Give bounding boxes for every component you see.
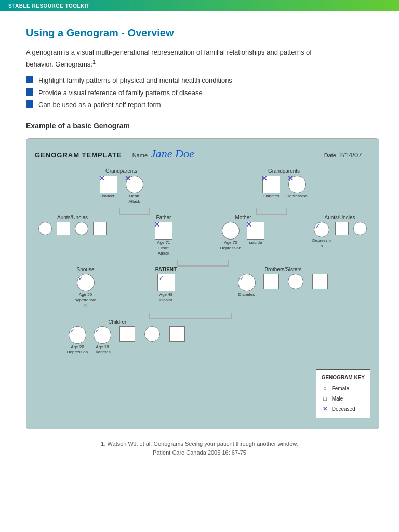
child-2-note: Age 18Diabetes bbox=[94, 344, 111, 355]
child-1: ✓ Age 20Depression bbox=[66, 326, 89, 355]
bullet-icon-3 bbox=[26, 100, 33, 108]
au-right-1-symbol: ✓ bbox=[314, 222, 329, 237]
child-5-symbol bbox=[169, 326, 185, 342]
gp-left-label: Grandparents bbox=[105, 168, 137, 174]
bullet-list: Highlight family patterns of physical an… bbox=[26, 74, 373, 111]
sibling-4 bbox=[309, 274, 331, 297]
key-male-symbol: □ bbox=[322, 394, 329, 404]
key-male-label: Male bbox=[332, 394, 343, 404]
gp-left-2-deceased: ✕ bbox=[125, 175, 131, 182]
sibling-2 bbox=[260, 274, 283, 297]
mother-spouse-deceased: ✕ bbox=[246, 221, 252, 228]
gp-connector-row bbox=[35, 208, 370, 215]
mother-persons: Age 70Depression ✕ suicide bbox=[219, 222, 267, 251]
gp-right-2-note: Depression bbox=[286, 194, 307, 199]
child-2: ✓ Age 18Diabetes bbox=[91, 326, 114, 355]
au-right-2-symbol bbox=[335, 222, 349, 235]
gp-right-persons: ✕ Diabetes ✕ Depression bbox=[260, 176, 309, 199]
patient-symbol: ✓ bbox=[157, 274, 175, 291]
gp-right-1-symbol: ✕ bbox=[262, 176, 280, 193]
spouse-note: Age 50hypertension bbox=[74, 292, 97, 308]
parent-connector-row bbox=[35, 260, 370, 267]
grandparents-row: Grandparents ✕ cancer ✕ bbox=[35, 168, 370, 205]
bullet-icon-1 bbox=[26, 76, 33, 83]
bullet-item-3: Can be used as a patient self report for… bbox=[26, 99, 373, 111]
parent-connector bbox=[177, 260, 229, 267]
au-left-2 bbox=[55, 222, 72, 235]
gp-right-1-note: Diabetes bbox=[263, 194, 280, 199]
mother-symbol bbox=[222, 222, 240, 240]
patient-row: Spouse ✓ Age 50hypertension PATIENT ✓ bbox=[35, 267, 370, 308]
patient-label: PATIENT bbox=[155, 267, 177, 272]
mother-note: Age 70Depression bbox=[220, 240, 241, 251]
father-note: Age 71HeartAttack bbox=[157, 240, 170, 256]
au-right-2 bbox=[334, 222, 350, 249]
mother: Age 70Depression bbox=[219, 222, 242, 251]
page-title: Using a Genogram - Overview bbox=[26, 27, 373, 39]
au-right-3-symbol bbox=[353, 222, 367, 235]
genogram-box: GENOGRAM TEMPLATE Name Jane Doe Date 2/1… bbox=[26, 138, 379, 429]
gp-right-connector bbox=[256, 208, 287, 215]
children-section: Children ✓ Age 20Depression ✓ Age 18Diab… bbox=[35, 319, 370, 355]
sibling-1: ✓ Diabetes bbox=[235, 274, 258, 297]
gp-right-2-symbol: ✕ bbox=[288, 176, 306, 193]
father-symbol: ✕ bbox=[155, 222, 172, 240]
genogram-name-area: Name Jane Doe bbox=[132, 147, 234, 161]
mother-section: Mother Age 70Depression ✕ suicide bbox=[219, 215, 267, 251]
gp-left-connector bbox=[119, 208, 150, 215]
patient-children-connector bbox=[35, 313, 370, 319]
mother-spouse-symbol: ✕ bbox=[247, 222, 264, 240]
child-4-symbol bbox=[144, 326, 160, 342]
father: ✕ Age 71HeartAttack bbox=[152, 222, 175, 256]
example-title: Example of a basic Genogram bbox=[26, 122, 373, 130]
footnote-line1: 1. Watson WJ, et al; Genograms:Seeing yo… bbox=[26, 440, 373, 449]
au-left-3 bbox=[73, 222, 90, 235]
bullet-item-2: Provide a visual reference of family pat… bbox=[26, 87, 373, 99]
sibling-4-symbol bbox=[312, 274, 328, 289]
au-right-section: Aunts/Uncles ✓ Depression bbox=[311, 215, 368, 249]
gp-left-2: ✕ HeartAttack bbox=[123, 176, 146, 205]
father-deceased: ✕ bbox=[154, 221, 160, 228]
genogram-date-area: Date 2/14/07 bbox=[324, 151, 370, 159]
footnote: 1. Watson WJ, et al; Genograms:Seeing yo… bbox=[26, 440, 373, 458]
parents-row: Aunts/Uncles bbox=[35, 215, 370, 256]
gp-right-2: ✕ Depression bbox=[286, 176, 309, 199]
child-1-note: Age 20Depression bbox=[67, 344, 88, 355]
gp-left-2-note: HeartAttack bbox=[128, 194, 140, 205]
gp-left-1-note: cancer bbox=[102, 194, 114, 199]
child-1-symbol: ✓ bbox=[69, 326, 86, 344]
au-right-1: ✓ Depression bbox=[311, 222, 332, 249]
au-right-1-note: Depression bbox=[311, 238, 332, 249]
intro-paragraph: A genogram is a visual multi-generationa… bbox=[26, 47, 327, 69]
patient: ✓ Age 48Bipolar bbox=[155, 274, 178, 303]
key-female-symbol: ○ bbox=[322, 383, 329, 394]
patient-note: Age 48Bipolar bbox=[159, 292, 172, 303]
au-right-3 bbox=[352, 222, 368, 249]
name-label: Name bbox=[132, 152, 148, 158]
au-right-persons: ✓ Depression bbox=[311, 222, 368, 249]
father-label: Father bbox=[156, 215, 171, 220]
child-5 bbox=[166, 326, 189, 355]
bullet-icon-2 bbox=[26, 88, 33, 96]
au-left-1-symbol bbox=[38, 222, 52, 235]
key-deceased-symbol: ✕ bbox=[322, 404, 329, 415]
gp-left-1: ✕ cancer bbox=[97, 176, 120, 205]
child-4 bbox=[141, 326, 164, 355]
child-3 bbox=[116, 326, 139, 355]
sibling-1-note: Diabetes bbox=[238, 292, 255, 297]
gp-left-section: Grandparents ✕ cancer ✕ bbox=[97, 168, 146, 205]
key-row-female: ○ Female bbox=[322, 383, 365, 394]
patient-children-connector-line bbox=[149, 313, 232, 319]
child-3-symbol bbox=[119, 326, 135, 342]
gp-left-1-symbol: ✕ bbox=[100, 176, 117, 193]
au-left-2-symbol bbox=[57, 222, 70, 235]
gp-right-label: Grandparents bbox=[268, 168, 300, 174]
children-label: Children bbox=[66, 319, 170, 325]
genogram-template-label: GENOGRAM TEMPLATE bbox=[35, 151, 122, 159]
sibling-1-symbol: ✓ bbox=[238, 274, 256, 291]
gp-right-1: ✕ Diabetes bbox=[260, 176, 283, 199]
top-bar-label: STABLE RESOURCE TOOLKIT bbox=[8, 3, 90, 9]
au-left-section: Aunts/Uncles bbox=[37, 215, 108, 235]
sibling-3 bbox=[284, 274, 307, 297]
spouse-label: Spouse bbox=[77, 267, 95, 272]
